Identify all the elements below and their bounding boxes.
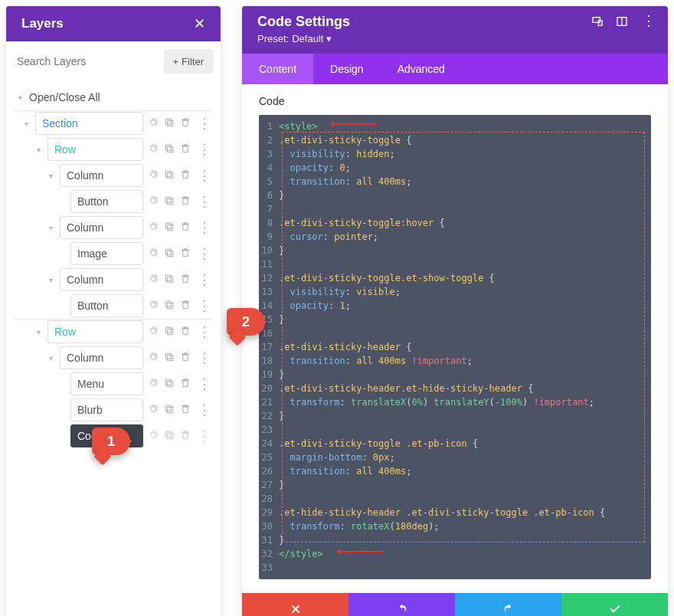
more-icon[interactable]: ⋮ [640,15,657,28]
layer-row-button[interactable]: Button⋮ [14,188,213,215]
svg-rect-14 [165,301,171,306]
more-icon[interactable]: ⋮ [196,352,213,363]
layer-row-menu[interactable]: Menu⋮ [14,371,213,397]
layer-row-column[interactable]: ▾Column⋮ [14,215,213,241]
layer-row-section[interactable]: ▾Section⋮ [14,110,213,136]
gear-icon[interactable] [148,169,159,182]
layer-row-row[interactable]: ▾Row⋮ [14,319,213,345]
code-line: 9 cursor: pointer; [259,230,651,244]
trash-icon[interactable] [180,143,191,156]
trash-icon[interactable] [180,117,191,130]
gear-icon[interactable] [148,326,159,339]
gear-icon[interactable] [148,143,159,156]
layer-row-column[interactable]: ▾Column⋮ [14,162,213,188]
trash-icon[interactable] [180,378,191,391]
tab-content[interactable]: Content [242,54,313,84]
search-layers-input[interactable] [14,49,158,74]
layer-row-button[interactable]: Button⋮ [14,293,213,319]
gear-icon[interactable] [148,221,159,234]
code-section-label: Code [242,84,668,115]
redo-button[interactable] [455,593,561,616]
svg-rect-23 [168,407,173,412]
duplicate-icon[interactable] [164,326,175,339]
gear-icon[interactable] [148,247,159,260]
trash-icon[interactable] [180,352,191,365]
duplicate-icon[interactable] [164,378,175,391]
layer-row-column[interactable]: ▾Column⋮ [14,345,213,371]
duplicate-icon[interactable] [164,404,175,417]
more-icon[interactable]: ⋮ [196,248,213,259]
more-icon[interactable]: ⋮ [196,274,213,285]
trash-icon[interactable] [180,300,191,313]
svg-rect-0 [165,119,171,124]
svg-rect-18 [165,353,171,359]
more-icon[interactable]: ⋮ [196,118,213,129]
trash-icon[interactable] [180,274,191,287]
trash-icon[interactable] [180,247,191,260]
more-icon[interactable]: ⋮ [196,378,213,389]
layer-row-column[interactable]: ▾Column⋮ [14,267,213,293]
layer-row-blurb[interactable]: Blurb⋮ [14,397,213,423]
caret-icon[interactable]: ▾ [49,276,57,284]
duplicate-icon[interactable] [164,300,175,313]
filter-button[interactable]: +Filter [164,49,213,74]
gear-icon[interactable] [148,195,159,208]
gear-icon[interactable] [148,274,159,287]
more-icon[interactable]: ⋮ [196,405,213,415]
layer-label: Section [35,112,143,135]
cancel-button[interactable] [242,593,348,616]
more-icon[interactable]: ⋮ [196,326,213,337]
trash-icon[interactable] [180,404,191,417]
caret-icon[interactable]: ▾ [37,146,44,154]
more-icon[interactable]: ⋮ [196,222,213,233]
undo-button[interactable] [348,593,455,616]
duplicate-icon[interactable] [164,117,175,130]
preset-line[interactable]: Preset: Default ▾ [257,33,653,44]
caret-icon[interactable]: ▾ [25,120,32,128]
svg-rect-1 [168,120,173,126]
gear-icon[interactable] [148,352,159,365]
close-icon[interactable]: ✕ [194,15,205,32]
open-close-all[interactable]: ▾Open/Close All [14,84,213,110]
caret-icon[interactable]: ▾ [49,224,57,232]
layer-row-row[interactable]: ▾Row⋮ [14,136,213,162]
tab-advanced[interactable]: Advanced [381,54,462,84]
responsive-icon[interactable] [591,15,604,28]
caret-icon[interactable]: ▾ [49,354,57,362]
trash-icon[interactable] [180,430,191,443]
gear-icon[interactable] [148,404,159,417]
more-icon[interactable]: ⋮ [196,196,213,207]
trash-icon[interactable] [180,195,191,208]
gear-icon[interactable] [148,117,159,130]
layer-row-image[interactable]: Image⋮ [14,241,213,267]
columns-icon[interactable] [616,15,628,28]
trash-icon[interactable] [180,169,191,182]
code-settings-panel: Code Settings Preset: Default ▾ ⋮ Conten… [242,6,668,616]
duplicate-icon[interactable] [164,169,175,182]
gear-icon[interactable] [148,300,159,313]
code-editor[interactable]: 1<style>2.et-divi-sticky-toggle {3 visib… [259,115,651,579]
trash-icon[interactable] [180,326,191,339]
more-icon[interactable]: ⋮ [196,170,213,181]
duplicate-icon[interactable] [164,221,175,234]
duplicate-icon[interactable] [164,247,175,260]
duplicate-icon[interactable] [164,352,175,365]
duplicate-icon[interactable] [164,195,175,208]
more-icon[interactable]: ⋮ [196,431,213,441]
trash-icon[interactable] [180,221,191,234]
duplicate-icon[interactable] [164,430,175,443]
more-icon[interactable]: ⋮ [196,300,213,311]
gear-icon[interactable] [148,378,159,391]
tab-design[interactable]: Design [313,54,381,84]
more-icon[interactable]: ⋮ [196,144,213,155]
gear-icon[interactable] [148,430,159,443]
caret-icon[interactable]: ▾ [37,328,44,336]
svg-rect-8 [165,223,171,228]
duplicate-icon[interactable] [164,143,175,156]
duplicate-icon[interactable] [164,274,175,287]
save-button[interactable] [561,593,668,616]
svg-rect-13 [168,277,173,282]
layer-label: Column [60,268,143,291]
caret-icon[interactable]: ▾ [49,172,57,180]
annotation-badge-1: 1 [92,428,130,455]
